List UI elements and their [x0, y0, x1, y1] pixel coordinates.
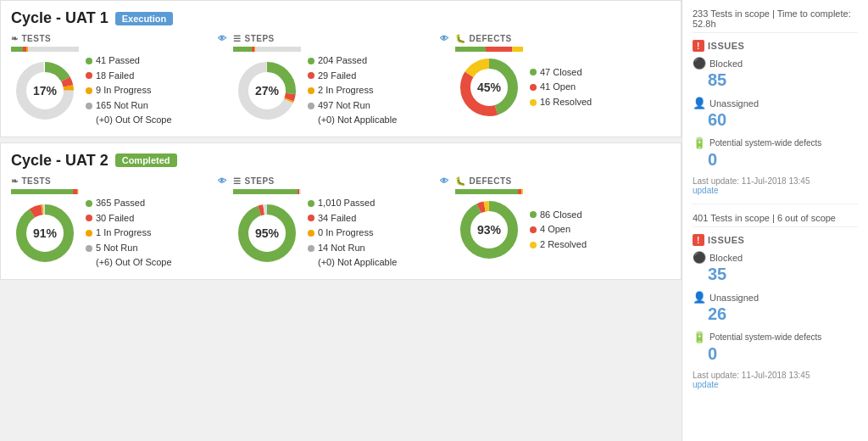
cycle1-steps-stats: 204 Passed 29 Failed 2 In Progress 497 N…: [308, 53, 397, 128]
cycle2-defects-percent: 93%: [477, 223, 501, 237]
cycle1-steps-minibar: [233, 47, 301, 52]
cycle1-defects-percent: 45%: [477, 81, 501, 94]
cycle2-steps-percent: 95%: [255, 226, 279, 240]
cycle2-steps-donut: 95%: [233, 199, 301, 267]
cycle2-badge: Completed: [115, 154, 177, 167]
cycle2-steps-label: ☰ STEPS 👁: [233, 176, 448, 186]
cycle1-steps-donut: 27%: [233, 57, 301, 125]
sidebar2-update-link[interactable]: update: [693, 380, 719, 389]
cycle1-badge: Execution: [115, 12, 174, 25]
cycle2-tests-minibar: [11, 189, 79, 194]
cycle1-steps-percent: 27%: [255, 84, 279, 98]
sidebar2-blocked: ⚫ Blocked 35: [693, 251, 858, 284]
cycle2-steps-stats: 1,010 Passed 34 Failed 0 In Progress 14 …: [308, 196, 397, 271]
sidebar1-potential: 🔋 Potential system-wide defects 0: [693, 137, 858, 170]
sidebar1-blocked: ⚫ Blocked 85: [693, 57, 858, 90]
cycle2-title: Cycle - UAT 2: [11, 152, 108, 170]
sidebar1-unassigned: 👤 Unassigned 60: [693, 97, 858, 130]
sidebar2-last-update: Last update: 11-Jul-2018 13:45 update: [693, 371, 858, 389]
cycle1-tests-percent: 17%: [33, 84, 57, 98]
cycle1-tests-minibar: [11, 47, 79, 52]
cycle1-tests-donut: 17%: [11, 57, 79, 125]
cycle2-tests-percent: 91%: [33, 226, 57, 240]
cycle1-defects-label: 🐛 DEFECTS: [455, 34, 670, 43]
cycle2-defects-donut: 93%: [455, 196, 523, 264]
cycle1-defects-stats: 47 Closed 41 Open 16 Resolved: [530, 65, 592, 110]
cycle2-tests-stats: 365 Passed 30 Failed 1 In Progress 5 Not…: [86, 196, 172, 271]
cycle2-defects-label: 🐛 DEFECTS: [455, 176, 670, 186]
cycle2-steps-minibar: [233, 189, 301, 194]
alert-icon-1: !: [693, 40, 704, 52]
cycle2-tests-label: ❧ TESTS 👁: [11, 176, 226, 186]
sidebar: 233 Tests in scope | Time to complete: 5…: [682, 0, 868, 441]
sidebar1-issues-label: ISSUES: [708, 41, 744, 51]
cycle2-tests-donut: 91%: [11, 199, 79, 267]
sidebar2-potential: 🔋 Potential system-wide defects 0: [693, 331, 858, 364]
cycle1-tests-stats: 41 Passed 18 Failed 9 In Progress 165 No…: [86, 53, 172, 128]
sidebar1-update-link[interactable]: update: [693, 186, 719, 195]
cycle1-steps-label: ☰ STEPS 👁: [233, 34, 448, 43]
sidebar2-unassigned: 👤 Unassigned 26: [693, 291, 858, 324]
cycle1-defects-minibar: [455, 47, 523, 52]
cycle2-defects-stats: 86 Closed 4 Open 2 Resolved: [530, 208, 587, 253]
sidebar1-last-update: Last update: 11-Jul-2018 13:45 update: [693, 176, 858, 195]
sidebar2-scope: 401 Tests in scope | 6 out of scope: [693, 213, 858, 227]
cycle2-defects-minibar: [455, 189, 523, 194]
cycle1-defects-donut: 45%: [455, 53, 523, 121]
cycle1-tests-label: ❧ TESTS 👁: [11, 34, 226, 43]
cycle1-title: Cycle - UAT 1: [11, 9, 108, 27]
alert-icon-2: !: [693, 234, 704, 246]
sidebar1-scope: 233 Tests in scope | Time to complete: 5…: [693, 8, 858, 33]
sidebar2-issues-label: ISSUES: [708, 235, 744, 245]
